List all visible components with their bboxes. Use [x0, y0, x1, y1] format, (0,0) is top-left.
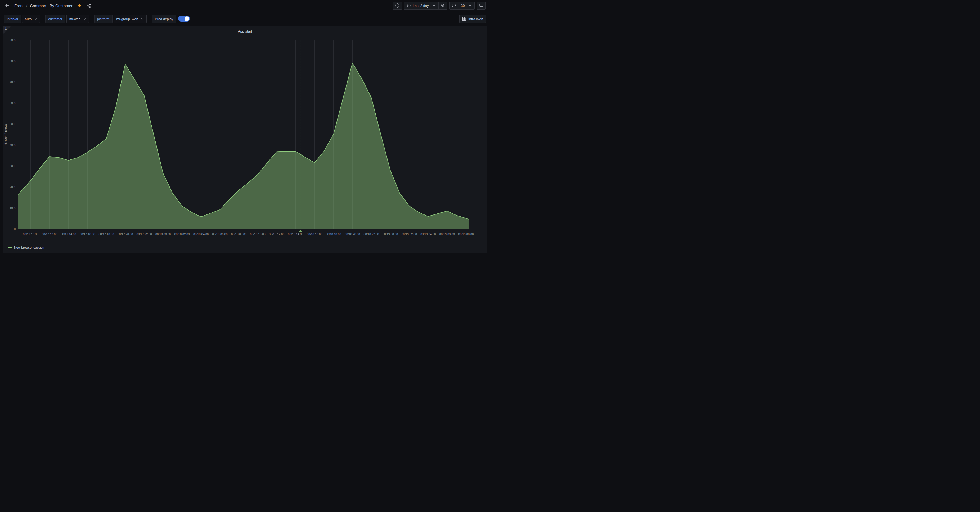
annotation-marker — [299, 230, 302, 232]
star-icon — [77, 3, 82, 8]
dashboard-settings-button[interactable] — [393, 2, 402, 10]
zoom-out-button[interactable] — [439, 2, 447, 9]
svg-text:08/19 04:00: 08/19 04:00 — [420, 233, 436, 236]
svg-text:70 K: 70 K — [10, 81, 16, 84]
gear-icon — [395, 3, 399, 8]
svg-text:08/18 08:00: 08/18 08:00 — [231, 233, 247, 236]
svg-text:08/19 02:00: 08/19 02:00 — [402, 233, 417, 236]
svg-text:08/17 16:00: 08/17 16:00 — [80, 233, 95, 236]
svg-text:08/18 16:00: 08/18 16:00 — [307, 233, 322, 236]
svg-text:08/17 10:00: 08/17 10:00 — [23, 233, 38, 236]
svg-text:08/18 22:00: 08/18 22:00 — [364, 233, 379, 236]
svg-text:08/17 22:00: 08/17 22:00 — [136, 233, 152, 236]
arrow-left-icon — [5, 3, 10, 8]
time-range-label: Last 2 days — [413, 4, 431, 8]
svg-text:30 K: 30 K — [10, 165, 16, 168]
refresh-button[interactable] — [450, 2, 458, 9]
svg-text:20 K: 20 K — [10, 185, 16, 189]
share-icon — [87, 3, 91, 8]
panel-header[interactable]: App start — [3, 26, 487, 36]
y-axis-title: hit count / interval — [4, 124, 7, 145]
svg-text:50 K: 50 K — [10, 122, 16, 125]
prod-deploy-toggle[interactable] — [178, 16, 190, 22]
share-button[interactable] — [87, 3, 91, 8]
infra-web-label: Infra Web — [468, 17, 483, 21]
panel-app-start: i App start 010 K20 K30 K40 K50 K60 K70 … — [3, 26, 487, 254]
svg-text:08/18 18:00: 08/18 18:00 — [326, 233, 341, 236]
svg-text:80 K: 80 K — [10, 59, 16, 62]
toolbar-right: Last 2 days 30s — [393, 2, 486, 10]
svg-text:08/17 14:00: 08/17 14:00 — [60, 233, 76, 236]
legend-series-label: New browser session — [14, 246, 44, 249]
clock-icon — [407, 4, 411, 8]
svg-text:08/17 18:00: 08/17 18:00 — [99, 233, 114, 236]
variable-customer-label: customer — [45, 14, 65, 23]
svg-text:10 K: 10 K — [10, 206, 16, 209]
favorite-button[interactable] — [77, 3, 82, 8]
info-icon: i — [5, 27, 6, 30]
infra-web-button[interactable]: Infra Web — [459, 14, 486, 23]
breadcrumb-separator: / — [26, 3, 27, 8]
apps-grid-icon — [462, 17, 466, 21]
refresh-picker: 30s — [450, 2, 475, 10]
svg-text:08/19 06:00: 08/19 06:00 — [439, 233, 455, 236]
time-range-picker: Last 2 days — [404, 2, 448, 10]
svg-text:08/19 00:00: 08/19 00:00 — [382, 233, 398, 236]
app-start-chart[interactable]: 010 K20 K30 K40 K50 K60 K70 K80 K90 K08/… — [3, 36, 487, 241]
prod-deploy-label: Prod deploy — [152, 14, 176, 23]
panel-title: App start — [238, 29, 252, 33]
variable-interval-value: auto — [25, 17, 32, 21]
variable-interval: interval auto — [4, 14, 40, 23]
cycle-view-mode-button[interactable] — [477, 2, 486, 10]
svg-text:90 K: 90 K — [10, 38, 16, 41]
svg-text:08/17 20:00: 08/17 20:00 — [118, 233, 133, 236]
variable-platform-select[interactable]: m6group_web — [114, 14, 146, 23]
prod-deploy-control: Prod deploy — [152, 14, 190, 23]
toggle-knob — [185, 16, 189, 21]
refresh-interval-button[interactable]: 30s — [458, 2, 474, 9]
panel-info-corner[interactable]: i — [3, 26, 11, 34]
chevron-down-icon — [433, 4, 436, 7]
variable-platform-label: platform — [94, 14, 113, 23]
svg-text:08/18 12:00: 08/18 12:00 — [269, 233, 284, 236]
monitor-icon — [479, 3, 484, 8]
series-area — [18, 63, 469, 229]
chevron-down-icon — [141, 17, 144, 21]
refresh-icon — [452, 4, 456, 8]
zoom-out-icon — [441, 3, 445, 8]
svg-text:08/18 20:00: 08/18 20:00 — [345, 233, 360, 236]
legend-series-marker — [8, 247, 12, 248]
variable-customer-select[interactable]: m6web — [67, 14, 89, 23]
svg-text:0: 0 — [14, 227, 16, 231]
svg-text:08/19 08:00: 08/19 08:00 — [458, 233, 474, 236]
legend-item-new-browser-session[interactable]: New browser session — [8, 246, 44, 249]
variable-customer: customer m6web — [45, 14, 89, 23]
refresh-interval-label: 30s — [461, 4, 466, 8]
chart-area: 010 K20 K30 K40 K50 K60 K70 K80 K90 K08/… — [3, 36, 487, 241]
breadcrumb-root[interactable]: Front — [14, 3, 24, 8]
chevron-down-icon — [83, 17, 86, 21]
svg-text:08/18 04:00: 08/18 04:00 — [193, 233, 208, 236]
variable-platform-value: m6group_web — [116, 17, 138, 21]
time-range-button[interactable]: Last 2 days — [404, 2, 439, 9]
svg-text:08/18 02:00: 08/18 02:00 — [175, 233, 190, 236]
variable-platform: platform m6group_web — [94, 14, 146, 23]
chevron-down-icon — [34, 17, 37, 21]
variable-customer-value: m6web — [69, 17, 81, 21]
variable-interval-label: interval — [4, 14, 21, 23]
svg-text:60 K: 60 K — [10, 101, 16, 105]
dashboard-controls-row: interval auto customer m6web platform m6… — [0, 14, 490, 23]
svg-text:40 K: 40 K — [10, 143, 16, 146]
svg-text:08/18 14:00: 08/18 14:00 — [288, 233, 303, 236]
breadcrumb: Front / Common - By Customer — [14, 3, 73, 8]
chevron-down-icon — [469, 4, 472, 7]
svg-text:08/18 06:00: 08/18 06:00 — [212, 233, 228, 236]
variable-interval-select[interactable]: auto — [22, 14, 40, 23]
svg-text:08/18 00:00: 08/18 00:00 — [155, 233, 171, 236]
legend: New browser session — [3, 242, 487, 253]
top-nav-bar: Front / Common - By Customer — [0, 0, 490, 11]
breadcrumb-current[interactable]: Common - By Customer — [30, 3, 73, 8]
back-button[interactable] — [3, 1, 12, 10]
svg-text:08/17 12:00: 08/17 12:00 — [42, 233, 57, 236]
svg-text:08/18 10:00: 08/18 10:00 — [250, 233, 266, 236]
